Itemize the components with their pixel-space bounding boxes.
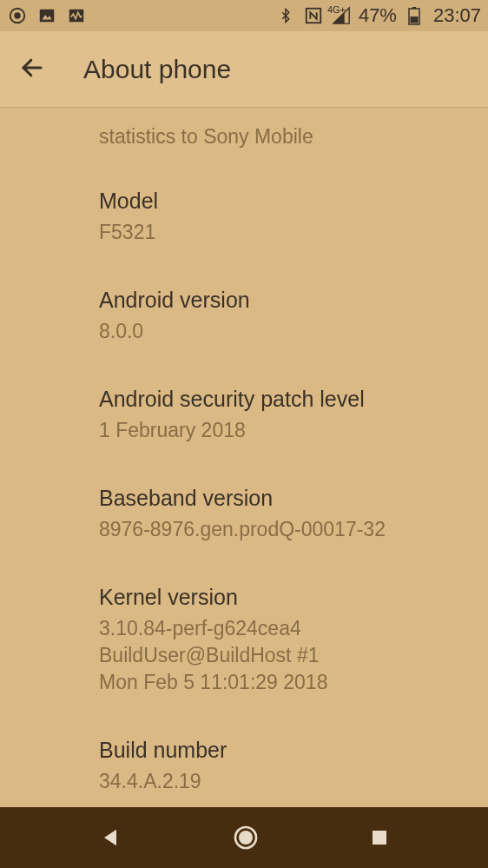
list-item-partial[interactable]: statistics to Sony Mobile xyxy=(99,108,389,168)
list-item-title: Baseband version xyxy=(99,486,389,511)
nav-home-icon[interactable] xyxy=(232,824,260,851)
list-item-build-number[interactable]: Build number 34.4.A.2.19 xyxy=(99,717,389,807)
battery-percent: 47% xyxy=(359,4,397,27)
list-item-value: 34.4.A.2.19 xyxy=(99,768,389,795)
list-item-title: Build number xyxy=(99,738,389,763)
svg-rect-2 xyxy=(40,10,55,23)
circle-icon xyxy=(7,5,28,26)
navigation-bar xyxy=(0,807,488,868)
list-item-value: 1 February 2018 xyxy=(99,417,389,444)
svg-point-11 xyxy=(240,832,251,843)
list-item-value: 8.0.0 xyxy=(99,318,389,345)
nfc-icon xyxy=(303,5,324,26)
list-item-title: Android security patch level xyxy=(99,387,389,412)
svg-point-1 xyxy=(15,13,20,18)
list-item-title: Kernel version xyxy=(99,585,389,610)
list-item-android-version[interactable]: Android version 8.0.0 xyxy=(99,267,389,366)
clock: 23:07 xyxy=(433,4,481,27)
svg-rect-7 xyxy=(412,7,416,9)
svg-rect-12 xyxy=(373,831,386,845)
list-item-baseband[interactable]: Baseband version 8976-8976.gen.prodQ-000… xyxy=(99,465,389,564)
page-title: About phone xyxy=(83,55,231,84)
bluetooth-icon xyxy=(275,5,296,26)
status-bar: 4G+ 47% 23:07 xyxy=(0,0,488,31)
list-item-kernel[interactable]: Kernel version 3.10.84-perf-g624cea4 Bui… xyxy=(99,564,389,717)
nav-recent-icon[interactable] xyxy=(369,827,390,848)
svg-rect-8 xyxy=(410,17,418,23)
status-right-group: 4G+ 47% 23:07 xyxy=(275,4,481,27)
list-item-value: 8976-8976.gen.prodQ-00017-32 xyxy=(99,516,389,543)
battery-icon xyxy=(404,5,425,26)
list-item-value: 3.10.84-perf-g624cea4 BuildUser@BuildHos… xyxy=(99,615,389,696)
list-item-security-patch[interactable]: Android security patch level 1 February … xyxy=(99,366,389,465)
app-bar: About phone xyxy=(0,31,488,108)
content-scroll[interactable]: statistics to Sony Mobile Model F5321 An… xyxy=(0,108,488,807)
list-item-model[interactable]: Model F5321 xyxy=(99,168,389,267)
list-item-title: Model xyxy=(99,189,389,214)
list-item-title: Android version xyxy=(99,288,389,313)
list-item-value: F5321 xyxy=(99,219,389,246)
network-label: 4G+ xyxy=(327,4,346,15)
activity-icon xyxy=(66,5,87,26)
signal-icon: 4G+ xyxy=(331,6,352,25)
status-left-group xyxy=(7,5,87,26)
back-arrow-icon[interactable] xyxy=(19,55,45,84)
list-item-subtitle: statistics to Sony Mobile xyxy=(99,123,389,150)
image-icon xyxy=(36,5,57,26)
nav-back-icon[interactable] xyxy=(98,825,122,850)
